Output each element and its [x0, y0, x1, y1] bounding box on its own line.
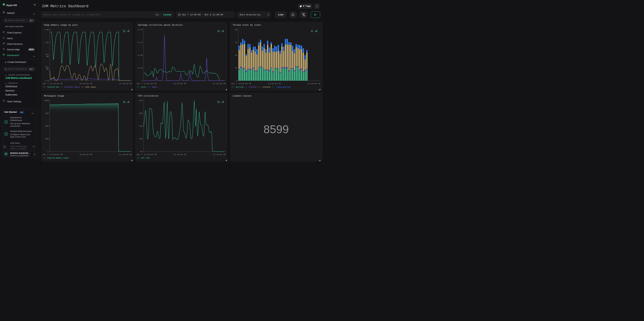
svg-text:Dec 7 12:00:00 PM: Dec 7 12:00:00 PM [231, 82, 251, 85]
svg-text:Dec 7 12:00:00 PM: Dec 7 12:00:00 PM [137, 153, 156, 156]
svg-text:10:30:00 PM: 10:30:00 PM [80, 82, 92, 85]
svg-text:15: 15 [235, 67, 237, 69]
svg-text:60: 60 [235, 28, 237, 31]
svg-text:Dec 7 12:00:00 PM: Dec 7 12:00:00 PM [43, 153, 62, 156]
svg-text:0%: 0% [140, 151, 142, 153]
svg-text:1 GB: 1 GB [44, 28, 49, 31]
svg-text:10%: 10% [139, 138, 142, 140]
svg-text:MB: MB [46, 68, 49, 70]
svg-text:100M: 100M [44, 99, 49, 102]
svg-text:0: 0 [48, 151, 49, 153]
svg-text:11:30:00 AM: 11:30:00 AM [119, 82, 132, 85]
svg-text:1 GB: 1 GB [44, 41, 49, 43]
svg-text:10:30:00 PM: 10:30:00 PM [173, 82, 186, 85]
svg-text:Dec 7 12:00:00 PM: Dec 7 12:00:00 PM [43, 82, 62, 85]
svg-text:0.12: 0.12 [138, 41, 142, 43]
svg-text:30: 30 [235, 54, 237, 56]
svg-text:0.16: 0.16 [138, 28, 142, 31]
svg-text:10:30:00 PM: 10:30:00 PM [268, 82, 281, 85]
svg-text:75M: 75M [45, 112, 49, 114]
svg-text:10:30:00 PM: 10:30:00 PM [80, 153, 92, 156]
svg-text:11:30:00 AM: 11:30:00 AM [119, 153, 132, 156]
svg-text:11:30:00 AM: 11:30:00 AM [213, 153, 226, 156]
svg-text:11:30:00 AM: 11:30:00 AM [308, 82, 320, 85]
svg-text:0 B: 0 B [45, 80, 49, 82]
svg-text:0.08: 0.08 [138, 54, 142, 56]
svg-text:MB: MB [46, 55, 49, 57]
svg-text:0.04: 0.04 [138, 67, 142, 69]
svg-text:0: 0 [236, 80, 237, 82]
svg-text:30%: 30% [139, 112, 142, 114]
svg-text:0: 0 [142, 80, 142, 82]
svg-text:10:30:00 PM: 10:30:00 PM [173, 153, 186, 156]
svg-text:45: 45 [235, 41, 237, 43]
svg-text:40%: 40% [139, 99, 142, 102]
svg-text:20%: 20% [139, 125, 142, 127]
svg-text:50M: 50M [45, 125, 49, 127]
svg-text:11:30:00 AM: 11:30:00 AM [213, 82, 226, 85]
svg-text:Dec 7 12:00:00 PM: Dec 7 12:00:00 PM [137, 82, 156, 85]
svg-text:25M: 25M [45, 138, 49, 140]
